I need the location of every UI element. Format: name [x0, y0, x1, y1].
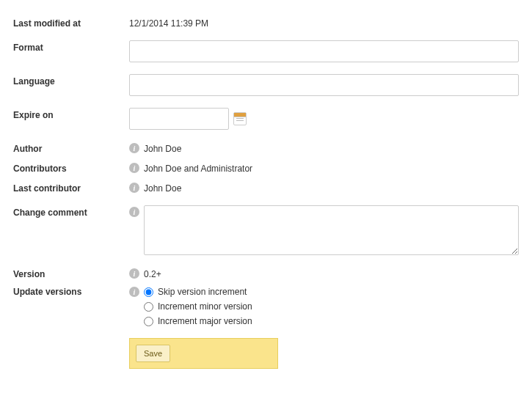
value-author: John Doe [144, 142, 181, 154]
radio-option-skip: Skip version increment [144, 287, 252, 297]
label-last-contributor: Last contributor [13, 181, 129, 194]
label-version: Version [13, 267, 129, 279]
update-versions-radios: Skip version increment Increment minor v… [144, 287, 252, 326]
expire-on-input[interactable] [129, 108, 229, 130]
row-language: Language [13, 74, 519, 96]
value-last-contributor: John Doe [144, 181, 181, 194]
info-icon: i [129, 207, 139, 217]
row-version: Version i 0.2+ [13, 267, 519, 279]
radio-minor[interactable] [144, 302, 153, 312]
change-comment-input[interactable] [144, 205, 519, 255]
label-format: Format [13, 40, 129, 53]
row-format: Format [13, 40, 519, 62]
row-expire-on: Expire on [13, 108, 519, 130]
label-change-comment: Change comment [13, 205, 129, 218]
radio-option-minor: Increment minor version [144, 301, 252, 312]
radio-minor-label: Increment minor version [158, 301, 252, 312]
value-contributors: John Doe and Administrator [144, 161, 252, 174]
row-author: Author i John Doe [13, 142, 519, 154]
row-contributors: Contributors i John Doe and Administrato… [13, 161, 519, 174]
language-input[interactable] [129, 74, 519, 96]
info-icon: i [129, 287, 139, 297]
radio-skip-label: Skip version increment [158, 287, 247, 297]
calendar-icon[interactable] [233, 112, 247, 125]
label-update-versions: Update versions [13, 287, 129, 297]
info-icon: i [129, 183, 139, 193]
format-input[interactable] [129, 40, 519, 62]
label-last-modified: Last modified at [13, 16, 129, 29]
label-contributors: Contributors [13, 161, 129, 174]
radio-skip[interactable] [144, 287, 153, 297]
info-icon: i [129, 163, 139, 173]
save-button[interactable]: Save [136, 345, 170, 362]
label-author: Author [13, 142, 129, 154]
value-last-modified: 12/1/2014 11:39 PM [129, 16, 208, 29]
radio-major[interactable] [144, 317, 153, 326]
save-highlight-region: Save [129, 338, 278, 369]
row-last-contributor: Last contributor i John Doe [13, 181, 519, 194]
radio-major-label: Increment major version [158, 316, 252, 326]
row-change-comment: Change comment i [13, 205, 519, 255]
row-update-versions: Update versions i Skip version increment… [13, 287, 519, 326]
radio-option-major: Increment major version [144, 316, 252, 326]
info-icon: i [129, 268, 139, 279]
value-version: 0.2+ [144, 267, 161, 279]
label-language: Language [13, 74, 129, 87]
label-expire-on: Expire on [13, 108, 129, 120]
info-icon: i [129, 143, 139, 153]
row-last-modified: Last modified at 12/1/2014 11:39 PM [13, 16, 519, 29]
